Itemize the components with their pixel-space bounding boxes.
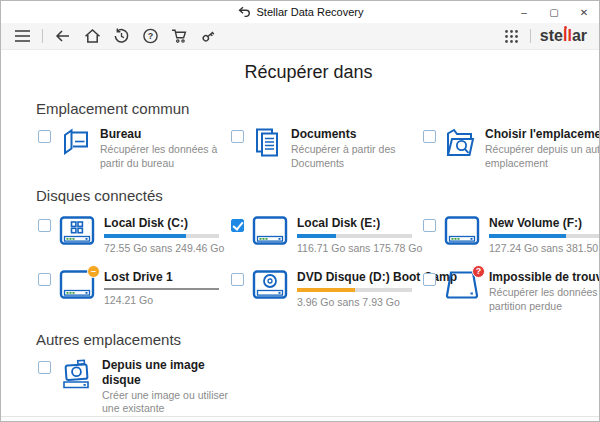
drive-name: Local Disk (C:) (104, 216, 222, 230)
drive-c-checkbox[interactable] (38, 219, 51, 232)
maximize-button[interactable]: ▢ (539, 1, 569, 23)
drive-usage-fill (104, 234, 186, 238)
section-other-locations: Autres emplacements (36, 331, 581, 348)
drive-item-cant-find[interactable]: ? Impossible de trouver Récupérer les do… (421, 270, 600, 313)
documents-checkbox[interactable] (231, 130, 244, 143)
back-icon[interactable] (54, 27, 72, 45)
cart-icon[interactable] (170, 27, 188, 45)
close-button[interactable]: ✕ (569, 1, 599, 23)
error-badge: ? (472, 265, 485, 278)
drive-item-lost[interactable]: – Lost Drive 1 124.21 Go (36, 270, 229, 313)
documents-icon (252, 127, 282, 159)
item-title: Depuis une image disque (102, 358, 229, 388)
apps-grid-icon[interactable] (503, 27, 521, 45)
unknown-drive-icon: ? (444, 270, 480, 300)
history-icon[interactable] (112, 27, 130, 45)
title-bar: Stellar Data Recovery – ▢ ✕ (1, 1, 599, 23)
drive-icon (444, 216, 480, 246)
toolbar: ? stellar (1, 23, 599, 50)
drive-item-f[interactable]: New Volume (F:) 127.24 Go sans 381.50 Go (421, 216, 600, 254)
drive-usage-bar (489, 234, 600, 238)
drive-item-e[interactable]: Local Disk (E:) 116.71 Go sans 175.78 Go (229, 216, 421, 254)
drive-f-checkbox[interactable] (423, 219, 436, 232)
item-desc: Récupérer les données à partir du bureau (100, 143, 229, 170)
home-icon[interactable] (83, 27, 101, 45)
menu-icon[interactable] (13, 27, 31, 45)
footer-bar: Analyse approfondie Analyser (1, 416, 599, 422)
desktop-icon (59, 127, 91, 159)
location-item-disk-image[interactable]: Depuis une image disque Créer une image … (36, 358, 229, 416)
drive-desc: Récupérer les données d'une partition pe… (489, 286, 600, 313)
warning-badge: – (87, 265, 100, 278)
drive-item-dvd[interactable]: DVD Disque (D:) Boot Camp 3.96 Go sans 7… (229, 270, 421, 313)
item-desc: Récupérer à partir des Documents (291, 143, 421, 170)
minimize-button[interactable]: – (509, 1, 539, 23)
app-window: Stellar Data Recovery – ▢ ✕ ? (0, 0, 600, 422)
cant-find-checkbox[interactable] (423, 273, 436, 286)
drive-name: DVD Disque (D:) Boot Camp (297, 270, 415, 284)
section-connected-drives: Disques connectés (36, 187, 581, 204)
drive-icon (252, 216, 288, 246)
drive-usage-fill (489, 234, 566, 238)
drive-name: Lost Drive 1 (104, 270, 222, 284)
bureau-checkbox[interactable] (38, 130, 51, 143)
drive-usage-bar (104, 288, 219, 290)
choose-location-checkbox[interactable] (423, 130, 436, 143)
lost-drive-icon: – (59, 270, 95, 300)
license-key-icon[interactable] (199, 27, 217, 45)
lost-drive-checkbox[interactable] (38, 273, 51, 286)
disk-image-icon (59, 358, 93, 390)
dvd-drive-icon (252, 270, 288, 300)
item-desc: Récupérer depuis un autre emplacement (485, 143, 600, 170)
item-title: Documents (291, 127, 421, 142)
system-drive-icon (59, 216, 95, 246)
toolbar-divider (530, 29, 531, 43)
window-title: Stellar Data Recovery (257, 6, 364, 18)
drive-size: 127.24 Go sans 381.50 Go (489, 242, 600, 254)
item-desc: Créer une image ou utiliser une existant… (102, 389, 229, 416)
drive-size: 116.71 Go sans 175.78 Go (297, 242, 415, 254)
stellar-logo: stellar (540, 27, 587, 45)
location-item-bureau[interactable]: Bureau Récupérer les données à partir du… (36, 127, 229, 170)
drive-name: Local Disk (E:) (297, 216, 415, 230)
location-item-documents[interactable]: Documents Récupérer à partir des Documen… (229, 127, 421, 170)
folder-search-icon (444, 127, 476, 159)
drive-e-checkbox[interactable] (231, 219, 244, 232)
toolbar-divider (42, 29, 43, 43)
drive-usage-bar (104, 234, 219, 238)
help-icon[interactable]: ? (141, 27, 159, 45)
page-title: Récupérer dans (36, 62, 581, 83)
drive-name: New Volume (F:) (489, 216, 600, 230)
undo-arrow-icon (237, 6, 251, 18)
main-content: Récupérer dans Emplacement commun Bureau… (1, 50, 599, 416)
drive-usage-fill (297, 288, 355, 292)
drive-usage-fill (104, 288, 219, 290)
drive-usage-bar (297, 288, 412, 292)
drive-item-c[interactable]: Local Disk (C:) 72.55 Go sans 249.46 Go (36, 216, 229, 254)
drive-size: 124.21 Go (104, 294, 222, 306)
section-common-locations: Emplacement commun (36, 100, 581, 117)
item-title: Bureau (100, 127, 229, 142)
svg-text:?: ? (147, 31, 153, 41)
drive-size: 3.96 Go sans 7.93 Go (297, 296, 415, 308)
disk-image-checkbox[interactable] (38, 361, 51, 374)
drive-usage-fill (297, 234, 336, 238)
item-title: Choisir l'emplacement (485, 127, 600, 142)
dvd-drive-checkbox[interactable] (231, 273, 244, 286)
location-item-choose[interactable]: Choisir l'emplacement Récupérer depuis u… (421, 127, 600, 170)
drive-usage-bar (297, 234, 412, 238)
drive-size: 72.55 Go sans 249.46 Go (104, 242, 222, 254)
drive-name: Impossible de trouver (489, 270, 600, 285)
